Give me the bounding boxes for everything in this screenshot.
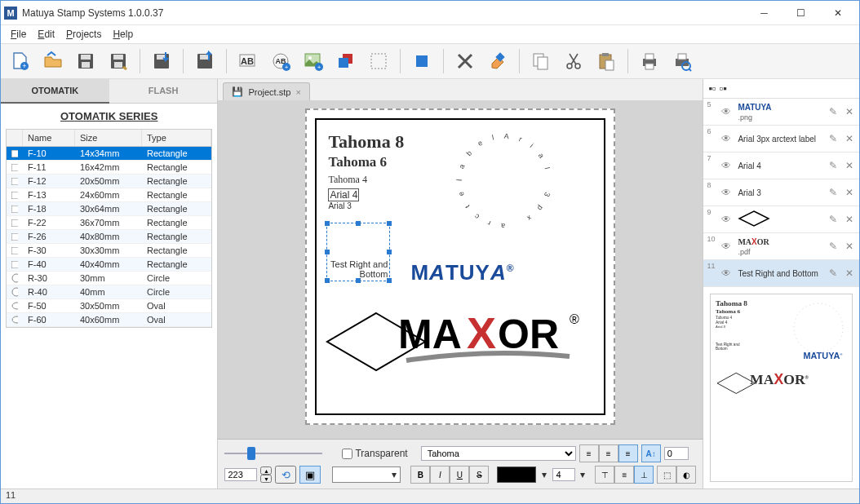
layer-item[interactable]: 11👁Test Right and Bottom✎✕ xyxy=(703,260,859,287)
visibility-icon[interactable]: 👁 xyxy=(721,214,734,225)
layer-item[interactable]: 10👁MAXOR.pdf✎✕ xyxy=(703,233,859,260)
delete-layer-icon[interactable]: ✕ xyxy=(843,106,856,117)
menu-file[interactable]: File xyxy=(6,27,31,42)
canvas-area[interactable]: Tahoma 8 Tahoma 6 Tahoma 4 Arial 4 Arial… xyxy=(218,100,703,439)
paste-button[interactable] xyxy=(592,46,621,76)
underline-button[interactable]: U xyxy=(450,466,469,484)
menu-edit[interactable]: Edit xyxy=(33,27,60,42)
table-row[interactable]: F-1116x42mmRectangle xyxy=(7,161,211,175)
delete-layer-icon[interactable]: ✕ xyxy=(843,160,856,171)
table-row[interactable]: F-1014x34mmRectangle xyxy=(7,147,211,161)
copy-button[interactable] xyxy=(526,46,556,76)
table-row[interactable]: F-1324x60mmRectangle xyxy=(7,188,211,202)
close-tab-icon[interactable]: × xyxy=(295,87,300,97)
table-row[interactable]: F-3030x30mmRectangle xyxy=(7,244,211,258)
text-tool-button[interactable]: AB xyxy=(233,46,263,76)
layer-move-up-icon[interactable]: ▪▫ xyxy=(708,82,716,95)
refresh-button[interactable]: ⟲ xyxy=(275,466,296,484)
col-name[interactable]: Name xyxy=(23,130,75,146)
minimize-button[interactable]: ─ xyxy=(746,2,782,24)
zoom-slider[interactable] xyxy=(224,447,322,460)
open-button[interactable] xyxy=(38,46,68,76)
align-center-button[interactable]: ≡ xyxy=(599,444,618,462)
arctext-object[interactable]: l a b e l A r i a l 3 p x a r c t e x t xyxy=(447,124,561,238)
delete-layer-icon[interactable]: ✕ xyxy=(843,267,856,279)
edit-layer-icon[interactable]: ✎ xyxy=(827,160,840,171)
italic-button[interactable]: I xyxy=(430,466,450,484)
valign-bottom-button[interactable]: ⊥ xyxy=(634,466,654,484)
autosize-button[interactable]: A↕ xyxy=(641,444,661,462)
export-button[interactable] xyxy=(190,46,219,76)
align-left-button[interactable]: ≡ xyxy=(579,444,599,462)
bold-button[interactable]: B xyxy=(410,466,430,484)
width-input[interactable] xyxy=(224,468,257,481)
new-button[interactable]: + xyxy=(6,46,35,76)
import-button[interactable] xyxy=(147,46,176,76)
table-row[interactable]: F-2236x70mmRectangle xyxy=(7,216,211,230)
matuya-logo[interactable]: MATUYA® xyxy=(410,260,514,285)
arctext-tool-button[interactable]: AB+ xyxy=(266,46,295,76)
delete-layer-icon[interactable]: ✕ xyxy=(843,214,856,225)
table-row[interactable]: F-6040x60mmOval xyxy=(7,313,211,327)
table-row[interactable]: F-1830x64mmRectangle xyxy=(7,202,211,216)
layer-item[interactable]: 8👁Arial 3✎✕ xyxy=(703,179,859,206)
table-row[interactable]: R-4040mmCircle xyxy=(7,285,211,299)
col-type[interactable]: Type xyxy=(142,130,211,146)
visibility-icon[interactable]: 👁 xyxy=(721,133,734,144)
visibility-icon[interactable]: 👁 xyxy=(721,106,734,117)
transparent-checkbox[interactable]: Transparent xyxy=(342,448,407,459)
erase-button[interactable] xyxy=(483,46,512,76)
table-row[interactable]: R-3030mmCircle xyxy=(7,272,211,285)
select-tool-button[interactable] xyxy=(364,46,393,76)
close-button[interactable]: ✕ xyxy=(819,2,856,24)
delete-layer-icon[interactable]: ✕ xyxy=(843,187,856,198)
tab-otomatik[interactable]: OTOMATIK xyxy=(1,79,109,104)
preview-thumbnail[interactable]: Tahoma 8 Tahoma 6 Tahoma 4 Arial 4 Arial… xyxy=(710,294,853,482)
table-row[interactable]: F-1220x50mmRectangle xyxy=(7,175,211,188)
menu-projects[interactable]: Projects xyxy=(61,27,106,42)
font-select[interactable]: Tahoma xyxy=(421,446,576,461)
maxor-logo[interactable]: MA X OR ® xyxy=(398,307,586,375)
layer-item[interactable]: 7👁Arial 4✎✕ xyxy=(703,153,859,179)
valign-top-button[interactable]: ⊤ xyxy=(595,466,614,484)
layer-item[interactable]: 9👁✎✕ xyxy=(703,206,859,233)
edit-layer-icon[interactable]: ✎ xyxy=(827,214,840,225)
tab-flash[interactable]: FLASH xyxy=(109,79,218,104)
save-as-button[interactable] xyxy=(104,46,133,76)
text-tahoma8[interactable]: Tahoma 8 xyxy=(328,131,404,153)
border-button[interactable]: ⬚ xyxy=(657,466,676,484)
layer-move-down-icon[interactable]: ▫▪ xyxy=(720,82,727,95)
delete-button[interactable] xyxy=(450,46,480,76)
visibility-icon[interactable]: 👁 xyxy=(721,267,734,279)
edit-layer-icon[interactable]: ✎ xyxy=(827,106,840,117)
text-arial4[interactable]: Arial 4 xyxy=(328,188,359,201)
save-button[interactable] xyxy=(71,46,100,76)
delete-layer-icon[interactable]: ✕ xyxy=(843,241,856,252)
align-right-button[interactable]: ≡ xyxy=(618,444,638,462)
print-button[interactable] xyxy=(635,46,664,76)
text-color[interactable] xyxy=(497,466,536,483)
edit-layer-icon[interactable]: ✎ xyxy=(827,241,840,252)
menu-help[interactable]: Help xyxy=(108,27,138,42)
width-up[interactable]: ▲ xyxy=(260,466,272,475)
fill-button[interactable] xyxy=(407,46,437,76)
document-tab[interactable]: 💾 Project.stp × xyxy=(223,82,309,100)
fit-button[interactable]: ▣ xyxy=(299,466,321,484)
selection-box[interactable]: Test Right and Bottom xyxy=(326,223,390,281)
maximize-button[interactable]: ☐ xyxy=(782,2,819,24)
visibility-icon[interactable]: 👁 xyxy=(721,187,734,198)
canvas[interactable]: Tahoma 8 Tahoma 6 Tahoma 4 Arial 4 Arial… xyxy=(305,108,615,425)
layer-item[interactable]: 5👁MATUYA.png✎✕ xyxy=(703,99,859,126)
width-down[interactable]: ▼ xyxy=(260,475,272,483)
text-tahoma6[interactable]: Tahoma 6 xyxy=(328,154,387,170)
shape-tool-button[interactable] xyxy=(331,46,361,76)
image-tool-button[interactable]: + xyxy=(299,46,328,76)
cut-button[interactable] xyxy=(559,46,588,76)
edit-layer-icon[interactable]: ✎ xyxy=(827,267,840,279)
opt-button[interactable]: ◐ xyxy=(676,466,696,484)
rotation-input[interactable] xyxy=(664,447,689,460)
visibility-icon[interactable]: 👁 xyxy=(721,241,734,252)
table-row[interactable]: F-4040x40mmRectangle xyxy=(7,258,211,272)
print-preview-button[interactable] xyxy=(667,46,697,76)
text-arial3[interactable]: Arial 3 xyxy=(328,201,351,210)
